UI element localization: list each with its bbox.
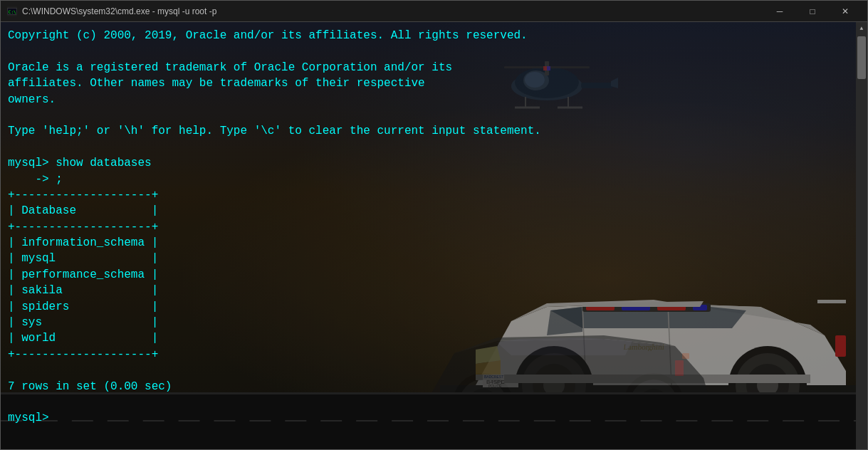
db4-line: | sakila | xyxy=(8,283,860,298)
blank4 xyxy=(8,362,860,378)
trademark3-line: owners. xyxy=(8,92,860,108)
maximize-button[interactable]: □ xyxy=(796,1,829,22)
blank5 xyxy=(8,394,860,410)
window-controls: ─ □ ✕ xyxy=(763,1,862,22)
table-bottom: +--------------------+ xyxy=(8,347,860,362)
cmd-icon: C:\ xyxy=(6,6,18,17)
cmd-window: C:\ C:\WINDOWS\system32\cmd.exe - mysql … xyxy=(0,0,868,450)
trademark2-line: affiliates. Other names may be trademark… xyxy=(8,75,860,91)
command-line: mysql> show databases xyxy=(8,155,860,171)
db7-line: | world | xyxy=(8,330,860,346)
blank3 xyxy=(8,140,860,155)
terminal-content[interactable]: Copyright (c) 2000, 2019, Oracle and/or … xyxy=(1,22,867,449)
scroll-up-button[interactable]: ▲ xyxy=(856,22,867,33)
svg-text:C:\: C:\ xyxy=(9,9,16,14)
table-top: +--------------------+ xyxy=(8,187,860,203)
blank1 xyxy=(8,43,860,59)
prompt-line: mysql> xyxy=(8,410,860,426)
titlebar: C:\ C:\WINDOWS\system32\cmd.exe - mysql … xyxy=(1,1,867,22)
copyright-line: Copyright (c) 2000, 2019, Oracle and/or … xyxy=(8,28,860,43)
blank2 xyxy=(8,108,860,123)
trademark1-line: Oracle is a registered trademark of Orac… xyxy=(8,60,860,75)
help-line: Type 'help;' or '\h' for help. Type '\c'… xyxy=(8,123,860,139)
continuation-line: -> ; xyxy=(8,172,860,187)
close-button[interactable]: ✕ xyxy=(829,1,862,22)
table-sep: +--------------------+ xyxy=(8,219,860,235)
table-header: | Database | xyxy=(8,203,860,219)
titlebar-left: C:\ C:\WINDOWS\system32\cmd.exe - mysql … xyxy=(6,6,216,17)
window-title: C:\WINDOWS\system32\cmd.exe - mysql -u r… xyxy=(22,6,216,16)
scrollbar[interactable]: ▲ xyxy=(856,22,867,449)
db2-line: | mysql | xyxy=(8,251,860,266)
db5-line: | spiders | xyxy=(8,299,860,315)
result-line: 7 rows in set (0.00 sec) xyxy=(8,379,860,394)
scroll-thumb[interactable] xyxy=(857,36,866,79)
db6-line: | sys | xyxy=(8,315,860,330)
minimize-button[interactable]: ─ xyxy=(763,1,796,22)
terminal-wrapper: B4SPD BADCREST COUNTY POLICE Lamborghini xyxy=(1,22,867,449)
db1-line: | information_schema | xyxy=(8,235,860,251)
db3-line: | performance_schema | xyxy=(8,267,860,283)
